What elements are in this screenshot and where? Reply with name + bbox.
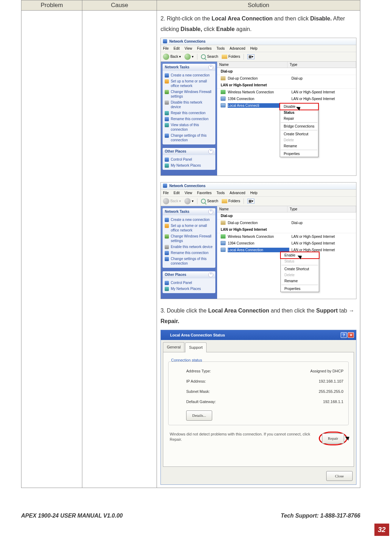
value-mask: 255.255.255.0 bbox=[319, 388, 343, 395]
task-setup[interactable]: Set up a home or small office network bbox=[164, 78, 214, 89]
ctx-rename[interactable]: Rename bbox=[281, 278, 319, 284]
forward-button[interactable]: ▾ bbox=[184, 54, 194, 60]
folders-button[interactable]: Folders bbox=[222, 199, 240, 203]
value-ip: 192.168.1.107 bbox=[319, 378, 343, 385]
1394-connection[interactable]: 1394 Connection LAN or High-Speed Intern… bbox=[217, 240, 356, 247]
close-button[interactable]: ✕ bbox=[348, 332, 354, 338]
tab-support[interactable]: Support bbox=[185, 342, 207, 352]
menu-tools[interactable]: Tools bbox=[216, 46, 225, 51]
repair-button[interactable]: Repair bbox=[322, 433, 344, 444]
task-create[interactable]: Create a new connection bbox=[164, 217, 214, 223]
col-name[interactable]: Name bbox=[217, 62, 287, 68]
details-button[interactable]: Details... bbox=[186, 410, 212, 421]
views-button[interactable]: ▦▾ bbox=[247, 199, 254, 204]
chevron-up-icon: ⌃ bbox=[208, 65, 213, 70]
folders-button[interactable]: Folders bbox=[222, 54, 240, 59]
col-name[interactable]: Name bbox=[217, 206, 287, 212]
value-addr-type: Assigned by DHCP bbox=[310, 367, 343, 375]
tab-general[interactable]: General bbox=[163, 342, 184, 352]
ctx-repair[interactable]: Repair bbox=[280, 116, 318, 122]
task-create[interactable]: Create a new connection bbox=[164, 72, 214, 78]
col-type[interactable]: Type bbox=[287, 62, 356, 68]
1394-connection[interactable]: 1394 Connection LAN or High-Speed Intern… bbox=[217, 95, 356, 102]
ctx-shortcut[interactable]: Create Shortcut bbox=[281, 266, 319, 272]
screenshot-lac-status: Local Area Connection Status ? ✕ General… bbox=[160, 330, 356, 485]
task-firewall[interactable]: Change Windows Firewall settings bbox=[164, 89, 214, 99]
toolbar: Back▾ ▾ Search Folders ▦▾ bbox=[161, 52, 356, 62]
task-settings[interactable]: Change settings of this connection bbox=[164, 256, 214, 266]
task-disable[interactable]: Disable this network device bbox=[164, 99, 214, 110]
other-places-panel: Other Places⌃ Control Panel My Network P… bbox=[163, 271, 215, 293]
repair-highlight: Repair bbox=[319, 432, 347, 445]
task-setup[interactable]: Set up a home or small office network bbox=[164, 223, 214, 233]
search-button[interactable]: Search bbox=[201, 199, 218, 204]
footer-support: Tech Support: 1-888-317-8766 bbox=[281, 513, 360, 519]
close-dialog-button[interactable]: Close bbox=[326, 471, 353, 481]
col-type[interactable]: Type bbox=[287, 206, 356, 212]
menu-tools[interactable]: Tools bbox=[216, 191, 225, 195]
other-cp[interactable]: Control Panel bbox=[164, 156, 214, 162]
task-rename[interactable]: Rename this connection bbox=[164, 116, 214, 122]
back-button[interactable]: Back▾ bbox=[163, 54, 181, 60]
chevron-up-icon: ⌃ bbox=[208, 149, 213, 154]
other-cp[interactable]: Control Panel bbox=[164, 280, 214, 286]
wireless-connection[interactable]: Wireless Network Connection LAN or High-… bbox=[217, 233, 356, 240]
section-lan: LAN or High-Speed Internet bbox=[217, 226, 356, 233]
task-rename[interactable]: Rename this connection bbox=[164, 250, 214, 256]
views-button[interactable]: ▦▾ bbox=[247, 54, 254, 59]
wireless-connection[interactable]: Wireless Network Connection LAN or High-… bbox=[217, 89, 356, 95]
other-mnp[interactable]: My Network Places bbox=[164, 286, 214, 292]
other-places-head[interactable]: Other Places⌃ bbox=[163, 271, 215, 278]
cell-problem bbox=[21, 11, 82, 488]
menu-help[interactable]: Help bbox=[250, 46, 258, 51]
task-status[interactable]: View status of this connection bbox=[164, 122, 214, 132]
connection-status-group: Address Type: Assigned by DHCP IP Addres… bbox=[168, 361, 349, 425]
control-panel-icon bbox=[165, 157, 169, 162]
ctx-rename[interactable]: Rename bbox=[280, 143, 318, 149]
menu-edit[interactable]: Edit bbox=[173, 46, 179, 51]
window-title: Network Connections bbox=[169, 39, 206, 44]
row-gw: Default Gateway: 192.168.1.1 bbox=[172, 397, 345, 407]
menu-file[interactable]: File bbox=[163, 191, 169, 195]
wifi-icon bbox=[221, 90, 226, 94]
menu-favorites[interactable]: Favorites bbox=[197, 46, 211, 51]
menu-help[interactable]: Help bbox=[250, 191, 258, 195]
ctx-properties[interactable]: Properties bbox=[281, 286, 319, 292]
task-repair[interactable]: Repair this connection bbox=[164, 110, 214, 116]
menu-edit[interactable]: Edit bbox=[173, 191, 179, 195]
control-panel-icon bbox=[165, 281, 169, 285]
task-settings[interactable]: Change settings of this connection bbox=[164, 132, 214, 143]
step-2-text: 2. Right-click on the Local Area Connect… bbox=[160, 13, 356, 35]
plug-icon bbox=[165, 218, 169, 222]
other-places-head[interactable]: Other Places⌃ bbox=[163, 148, 215, 155]
dialup-connection[interactable]: Dial-up Connection Dial-up bbox=[217, 75, 356, 82]
other-places-panel: Other Places⌃ Control Panel My Network P… bbox=[163, 148, 215, 170]
th-solution: Solution bbox=[157, 0, 360, 11]
menu-view[interactable]: View bbox=[185, 191, 192, 195]
net-icon bbox=[221, 241, 226, 245]
network-tasks-panel: Network Tasks⌃ Create a new connection S… bbox=[163, 64, 215, 144]
dialup-connection[interactable]: Dial-up Connection Dial-up bbox=[217, 219, 356, 226]
search-button[interactable]: Search bbox=[201, 54, 218, 59]
menu-advanced[interactable]: Advanced bbox=[230, 191, 245, 195]
ctx-shortcut[interactable]: Create Shortcut bbox=[280, 131, 318, 137]
menu-advanced[interactable]: Advanced bbox=[230, 46, 245, 51]
network-tasks-head[interactable]: Network Tasks⌃ bbox=[163, 208, 215, 215]
forward-button: ▾ bbox=[184, 198, 194, 204]
network-tasks-head[interactable]: Network Tasks⌃ bbox=[163, 64, 215, 71]
help-button[interactable]: ? bbox=[341, 332, 347, 338]
network-tasks-panel: Network Tasks⌃ Create a new connection S… bbox=[163, 208, 215, 268]
task-enable[interactable]: Enable this network device bbox=[164, 244, 214, 250]
ctx-bridge[interactable]: Bridge Connections bbox=[280, 123, 318, 129]
ctx-properties[interactable]: Properties bbox=[280, 151, 318, 157]
repair-help-text: Windows did not detect problems with thi… bbox=[170, 432, 311, 443]
task-firewall[interactable]: Change Windows Firewall settings bbox=[164, 233, 214, 244]
menu-favorites[interactable]: Favorites bbox=[197, 191, 211, 195]
sidebar: Network Tasks⌃ Create a new connection S… bbox=[161, 62, 217, 175]
menu-view[interactable]: View bbox=[185, 46, 192, 51]
dialog-title: Local Area Connection Status bbox=[170, 332, 225, 339]
other-mnp[interactable]: My Network Places bbox=[164, 162, 214, 168]
value-gw: 192.168.1.1 bbox=[323, 398, 343, 406]
menu-file[interactable]: File bbox=[163, 46, 169, 51]
plug-icon bbox=[165, 73, 169, 78]
